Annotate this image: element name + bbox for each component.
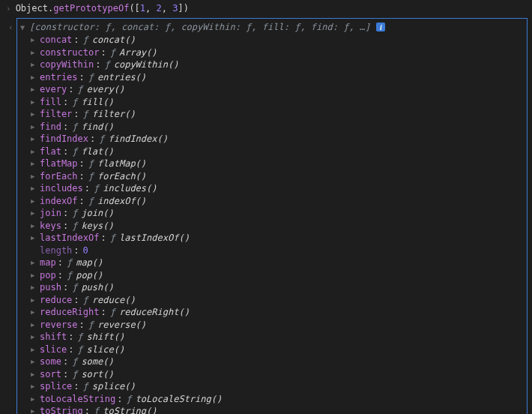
- property-key: find: [40, 122, 61, 133]
- property-row[interactable]: ▶reverse: ƒreverse(): [31, 319, 522, 332]
- expand-icon: ▶: [31, 109, 38, 120]
- property-key: lastIndexOf: [40, 232, 99, 244]
- function-name: copyWithin(): [114, 59, 179, 70]
- property-row[interactable]: ▶forEach: ƒforEach(): [31, 170, 522, 183]
- property-key: sort: [40, 369, 61, 380]
- expand-icon: ▶: [31, 171, 38, 182]
- function-icon: ƒ: [126, 394, 131, 405]
- prompt-icon: ›: [6, 4, 11, 14]
- info-icon[interactable]: i: [376, 22, 385, 32]
- property-key: every: [40, 84, 67, 95]
- expand-icon: ▶: [31, 59, 38, 70]
- expand-icon: ▶: [31, 332, 38, 343]
- property-row-length[interactable]: length: 0: [31, 244, 522, 257]
- function-icon: ƒ: [110, 307, 115, 318]
- function-name: splice(): [92, 381, 136, 392]
- property-row[interactable]: ▶lastIndexOf: ƒlastIndexOf(): [31, 232, 522, 244]
- property-row[interactable]: ▶fill: ƒfill(): [31, 96, 522, 109]
- function-name: flat(): [81, 146, 113, 158]
- property-key: toLocaleString: [40, 394, 115, 405]
- function-name: concat(): [92, 34, 136, 46]
- function-name: pop(): [76, 270, 103, 281]
- property-key: reduceRight: [40, 307, 99, 318]
- expand-icon: ▶: [31, 158, 38, 170]
- expand-icon: ▶: [31, 369, 38, 380]
- property-key: forEach: [40, 171, 78, 182]
- property-row[interactable]: ▶toLocaleString: ƒtoLocaleString(): [31, 393, 522, 406]
- property-row[interactable]: ▶filter: ƒfilter(): [31, 108, 522, 121]
- function-name: keys(): [81, 220, 113, 232]
- property-key: join: [40, 208, 61, 219]
- expand-caret-icon[interactable]: ▼: [20, 23, 25, 32]
- expand-icon: ▶: [31, 122, 38, 133]
- property-key: flatMap: [40, 158, 78, 170]
- property-key: concat: [40, 34, 72, 46]
- function-name: some(): [81, 356, 113, 368]
- property-row[interactable]: ▶entries: ƒentries(): [31, 71, 522, 84]
- function-icon: ƒ: [67, 257, 72, 268]
- function-icon: ƒ: [77, 344, 82, 356]
- property-row[interactable]: ▶every: ƒevery(): [31, 83, 522, 96]
- property-key: toString: [40, 406, 83, 414]
- function-name: push(): [81, 282, 113, 293]
- property-row[interactable]: ▶join: ƒjoin(): [31, 207, 522, 220]
- property-row[interactable]: ▶flat: ƒflat(): [31, 146, 522, 158]
- function-icon: ƒ: [72, 356, 77, 368]
- property-key: constructor: [40, 47, 99, 58]
- function-icon: ƒ: [72, 122, 77, 133]
- function-name: findIndex(): [109, 134, 168, 145]
- expand-icon: ▶: [31, 220, 38, 232]
- function-icon: ƒ: [72, 220, 77, 232]
- expand-icon: ▶: [31, 270, 38, 281]
- property-row[interactable]: ▶flatMap: ƒflatMap(): [31, 158, 522, 170]
- property-key: filter: [40, 109, 72, 120]
- function-name: toString(): [103, 406, 157, 414]
- property-row[interactable]: ▶push: ƒpush(): [31, 281, 522, 294]
- property-key: push: [40, 282, 61, 293]
- function-icon: ƒ: [110, 47, 115, 58]
- function-icon: ƒ: [72, 369, 77, 380]
- property-row[interactable]: ▶shift: ƒshift(): [31, 331, 522, 344]
- property-key: keys: [40, 220, 61, 232]
- function-name: slice(): [87, 344, 125, 356]
- function-icon: ƒ: [72, 146, 77, 158]
- property-row[interactable]: ▶toString: ƒtoString(): [31, 405, 522, 414]
- property-row[interactable]: ▶copyWithin: ƒcopyWithin(): [31, 58, 522, 71]
- property-key: includes: [40, 183, 83, 194]
- property-row[interactable]: ▶sort: ƒsort(): [31, 368, 522, 381]
- property-row[interactable]: ▶find: ƒfind(): [31, 121, 522, 134]
- property-row[interactable]: ▶slice: ƒslice(): [31, 344, 522, 356]
- function-icon: ƒ: [99, 134, 104, 145]
- function-icon: ƒ: [88, 72, 94, 83]
- console-input-row[interactable]: › Object.getPrototypeOf([1, 2, 3]): [0, 0, 532, 16]
- result-summary[interactable]: ‹ ▼ [constructor: ƒ, concat: ƒ, copyWith…: [20, 20, 522, 34]
- property-row[interactable]: ▶pop: ƒpop(): [31, 269, 522, 282]
- property-row[interactable]: ▶findIndex: ƒfindIndex(): [31, 133, 522, 146]
- function-name: Array(): [119, 47, 157, 58]
- function-name: reduceRight(): [119, 307, 190, 318]
- property-row[interactable]: ▶concat: ƒconcat(): [31, 34, 522, 46]
- property-key: splice: [40, 381, 72, 392]
- property-row[interactable]: ▶splice: ƒsplice(): [31, 380, 522, 393]
- expand-icon: ▶: [31, 146, 38, 158]
- expand-icon: ▶: [31, 134, 38, 145]
- property-row[interactable]: ▶some: ƒsome(): [31, 356, 522, 368]
- function-icon: ƒ: [104, 59, 109, 70]
- function-icon: ƒ: [94, 406, 99, 414]
- property-key: reduce: [40, 295, 72, 306]
- property-row[interactable]: ▶indexOf: ƒindexOf(): [31, 195, 522, 208]
- function-name: entries(): [97, 72, 146, 83]
- expand-icon: ▶: [31, 406, 38, 414]
- property-row[interactable]: ▶constructor: ƒArray(): [31, 46, 522, 59]
- function-icon: ƒ: [88, 196, 94, 207]
- property-row[interactable]: ▶reduceRight: ƒreduceRight(): [31, 306, 522, 319]
- function-icon: ƒ: [110, 232, 115, 244]
- property-key: some: [40, 356, 61, 368]
- property-row[interactable]: ▶map: ƒmap(): [31, 256, 522, 269]
- expand-icon: ▶: [31, 282, 38, 293]
- property-row[interactable]: ▶keys: ƒkeys(): [31, 220, 522, 232]
- property-row[interactable]: ▶includes: ƒincludes(): [31, 182, 522, 195]
- property-row[interactable]: ▶reduce: ƒreduce(): [31, 294, 522, 307]
- function-icon: ƒ: [72, 208, 77, 219]
- function-name: reduce(): [92, 295, 136, 306]
